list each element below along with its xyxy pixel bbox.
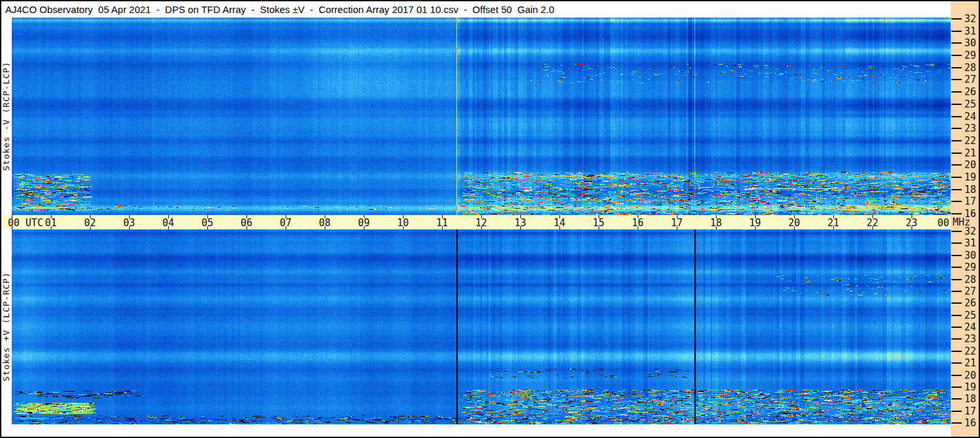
time-tick-label: 14 [554, 217, 565, 229]
freq-tick-label: 32 [964, 13, 979, 25]
freq-tick-label: 31 [964, 237, 979, 249]
freq-tick [951, 104, 962, 105]
freq-tick-label: 22 [964, 345, 979, 357]
freq-tick [951, 231, 962, 232]
freq-tick-label: 30 [964, 250, 979, 261]
bottom-gap [1, 424, 951, 437]
freq-tick-label: 25 [964, 98, 979, 110]
freq-tick-label: 20 [964, 370, 979, 381]
freq-tick [951, 327, 962, 328]
time-tick-label: 16 [632, 217, 644, 229]
time-tick-label: 08 [319, 217, 331, 229]
freq-tick [951, 422, 962, 424]
freq-tick [951, 362, 962, 364]
freq-tick-label: 20 [964, 159, 979, 171]
freq-tick [951, 213, 962, 214]
freq-tick-label: 26 [964, 86, 979, 98]
freq-tick [951, 351, 962, 352]
time-tick-label: 04 [162, 217, 174, 229]
freq-tick-label: 31 [964, 25, 979, 37]
freq-tick [951, 116, 962, 117]
freq-tick [951, 242, 962, 244]
time-tick-label: 05 [201, 217, 213, 229]
freq-tick-label: 17 [964, 196, 979, 207]
freq-tick [951, 31, 962, 32]
freq-tick [951, 18, 962, 20]
spectrogram-stokes-plus-v [12, 229, 951, 424]
time-tick-label: 06 [241, 217, 252, 229]
time-tick-label: 13 [514, 217, 526, 229]
freq-tick [951, 315, 962, 316]
spectrograph-window: AJ4CO Observatory 05 Apr 2021 - DPS on T… [0, 0, 980, 438]
freq-tick-label: 19 [964, 171, 979, 183]
freq-tick-label: 29 [964, 261, 979, 273]
freq-tick [951, 411, 962, 412]
freq-tick [951, 201, 962, 202]
freq-tick-label: 17 [964, 405, 979, 417]
freq-tick-label: 26 [964, 297, 979, 309]
time-tick-label: 21 [827, 217, 839, 229]
freq-tick [951, 398, 962, 400]
time-tick-label: 17 [671, 217, 683, 229]
freq-tick-label: 30 [964, 37, 979, 49]
freq-tick-label: 25 [964, 310, 979, 321]
freq-tick [951, 79, 962, 80]
freq-tick [951, 338, 962, 340]
freq-tick-label: 21 [964, 147, 979, 159]
freq-tick [951, 67, 962, 68]
freq-tick-label: 23 [964, 333, 979, 345]
freq-tick-label: 27 [964, 285, 979, 297]
time-tick-label: 22 [867, 217, 878, 229]
freq-tick [951, 128, 962, 129]
freq-tick [951, 291, 962, 292]
time-tick-label: 23 [906, 217, 917, 229]
time-tick-label: 19 [749, 217, 761, 229]
freq-tick [951, 267, 962, 268]
time-tick-label: 07 [280, 217, 291, 229]
freq-tick [951, 177, 962, 178]
freq-tick-label: 23 [964, 123, 979, 134]
panel-label-stokes-plus-v: Stokes +V (LCP-RCP) [1, 229, 12, 424]
spectrogram-stokes-minus-v [12, 18, 951, 215]
freq-tick-label: 18 [964, 184, 979, 196]
freq-tick-label: 21 [964, 357, 979, 369]
freq-tick [951, 140, 962, 141]
freq-tick [951, 375, 962, 376]
freq-tick [951, 153, 962, 154]
time-tick-label: 01 [45, 217, 57, 229]
time-tick-label: 03 [123, 217, 135, 229]
freq-tick [951, 55, 962, 56]
freq-tick [951, 279, 962, 280]
freq-tick-label: 27 [964, 74, 979, 85]
time-tick-label: 09 [358, 217, 370, 229]
freq-tick-label: 24 [964, 321, 979, 333]
freq-tick [951, 91, 962, 93]
time-tick-label: 12 [475, 217, 487, 229]
freq-tick-label: 19 [964, 381, 979, 393]
freq-tick [951, 42, 962, 44]
freq-tick-label: 24 [964, 111, 979, 123]
freq-tick [951, 189, 962, 190]
freq-tick-label: 18 [964, 393, 979, 405]
freq-tick-label: 16 [964, 417, 979, 429]
time-tick-label: 18 [710, 217, 722, 229]
freq-tick [951, 164, 962, 166]
freq-tick-label: 28 [964, 62, 979, 74]
time-tick-label: 00 UTC [8, 217, 43, 229]
panel-label-stokes-minus-v: Stokes -V (RCP-LCP) [1, 18, 12, 215]
freq-tick [951, 302, 962, 304]
time-tick-label: 02 [84, 217, 96, 229]
freq-tick [951, 387, 962, 388]
frequency-unit-label: MHz [953, 216, 970, 228]
title-bar: AJ4CO Observatory 05 Apr 2021 - DPS on T… [1, 1, 951, 18]
freq-tick-label: 29 [964, 50, 979, 61]
time-tick-label: 15 [593, 217, 604, 229]
freq-tick-label: 22 [964, 135, 979, 147]
time-tick-label: 00 [938, 217, 949, 229]
time-axis: 00 UTC0102030405060708091011121314151617… [1, 215, 951, 229]
freq-tick [951, 255, 962, 256]
time-tick-label: 11 [436, 217, 448, 229]
freq-tick-label: 28 [964, 274, 979, 285]
time-tick-label: 20 [788, 217, 800, 229]
time-tick-label: 10 [397, 217, 409, 229]
